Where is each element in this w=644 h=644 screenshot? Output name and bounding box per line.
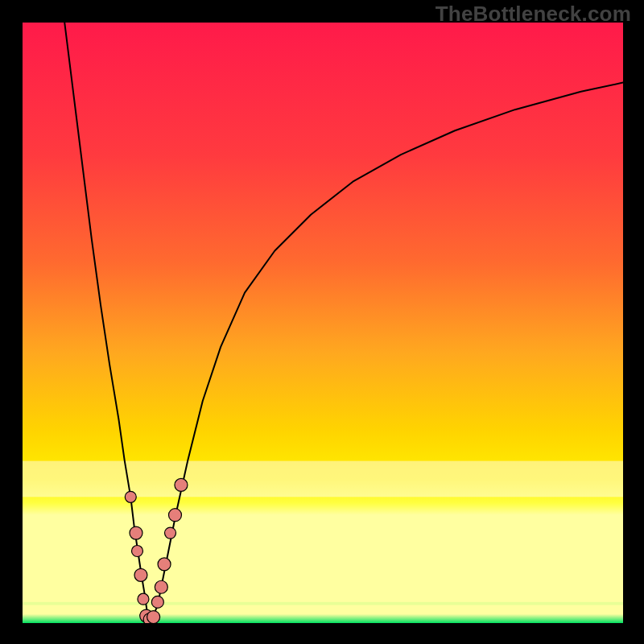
- marker-point: [151, 596, 163, 608]
- marker-point: [130, 526, 142, 539]
- marker-point: [138, 593, 149, 605]
- marker-point: [134, 568, 147, 581]
- chart-svg: [23, 23, 623, 623]
- marker-point: [165, 527, 176, 539]
- pale-band: [23, 461, 623, 497]
- marker-point: [147, 611, 160, 623]
- chart-frame: TheBottleneck.com: [0, 0, 644, 644]
- plot-area: [23, 23, 623, 623]
- marker-point: [125, 491, 136, 502]
- marker-point: [175, 478, 188, 491]
- gradient-background: [23, 23, 623, 623]
- marker-point: [158, 558, 171, 571]
- watermark-text: TheBottleneck.com: [436, 2, 631, 27]
- marker-point: [131, 545, 142, 556]
- transition-stripe: [23, 602, 623, 605]
- marker-point: [155, 580, 167, 593]
- marker-point: [168, 509, 181, 522]
